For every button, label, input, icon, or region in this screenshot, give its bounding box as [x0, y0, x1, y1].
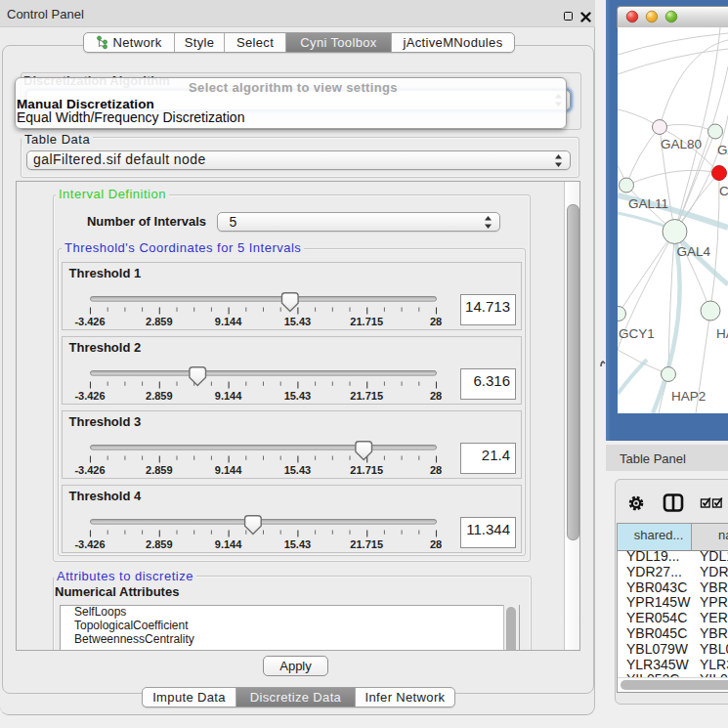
svg-text:GCY1: GCY1 [619, 326, 655, 341]
svg-text:GAL11: GAL11 [628, 196, 668, 211]
svg-text:GAL4: GAL4 [677, 244, 711, 259]
svg-text:HAP2: HAP2 [671, 389, 706, 404]
svg-text:CA: CA [719, 184, 728, 198]
svg-text:HA: HA [716, 326, 728, 341]
svg-text:GA: GA [717, 143, 728, 157]
svg-text:GAL80: GAL80 [661, 137, 702, 151]
